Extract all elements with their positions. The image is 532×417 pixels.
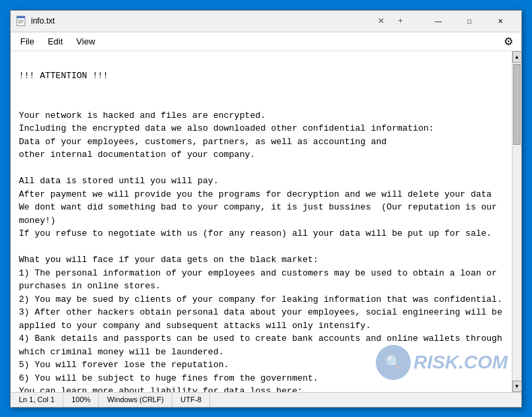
attention-text: !!! ATTENTION !!! Your network is hacked… bbox=[19, 71, 502, 392]
scroll-up-button[interactable]: ▲ bbox=[512, 51, 522, 63]
tab-close[interactable]: ✕ bbox=[378, 16, 385, 26]
status-bar: Ln 1, Col 1 100% Windows (CRLF) UTF-8 bbox=[11, 392, 521, 407]
title-bar: info.txt ✕ + — □ ✕ bbox=[11, 11, 521, 32]
content-area: !!! ATTENTION !!! Your network is hacked… bbox=[11, 51, 521, 392]
line-ending: Windows (CRLF) bbox=[99, 393, 172, 407]
encoding: UTF-8 bbox=[172, 393, 210, 407]
scroll-down-button[interactable]: ▼ bbox=[512, 381, 522, 392]
window-controls: — □ ✕ bbox=[423, 10, 516, 32]
window-title: info.txt bbox=[31, 16, 378, 26]
menu-view[interactable]: View bbox=[69, 34, 102, 49]
menu-bar: File Edit View ⚙ bbox=[11, 32, 521, 51]
scrollbar-thumb[interactable] bbox=[513, 64, 521, 145]
zoom-level: 100% bbox=[63, 393, 99, 407]
close-button[interactable]: ✕ bbox=[485, 10, 516, 32]
new-tab-btn[interactable]: + bbox=[398, 16, 403, 26]
vertical-scrollbar[interactable]: ▲ ▼ bbox=[512, 51, 521, 392]
settings-icon[interactable]: ⚙ bbox=[498, 32, 519, 51]
scrollbar-track[interactable] bbox=[512, 63, 521, 381]
maximize-button[interactable]: □ bbox=[454, 10, 485, 32]
notepad-icon bbox=[16, 15, 27, 26]
text-editor[interactable]: !!! ATTENTION !!! Your network is hacked… bbox=[11, 51, 512, 392]
minimize-button[interactable]: — bbox=[423, 10, 454, 32]
menu-file[interactable]: File bbox=[13, 34, 41, 49]
notepad-window: info.txt ✕ + — □ ✕ File Edit View ⚙ !!! … bbox=[10, 10, 522, 408]
svg-rect-1 bbox=[17, 16, 25, 18]
cursor-position: Ln 1, Col 1 bbox=[16, 393, 63, 407]
menu-edit[interactable]: Edit bbox=[41, 34, 69, 49]
